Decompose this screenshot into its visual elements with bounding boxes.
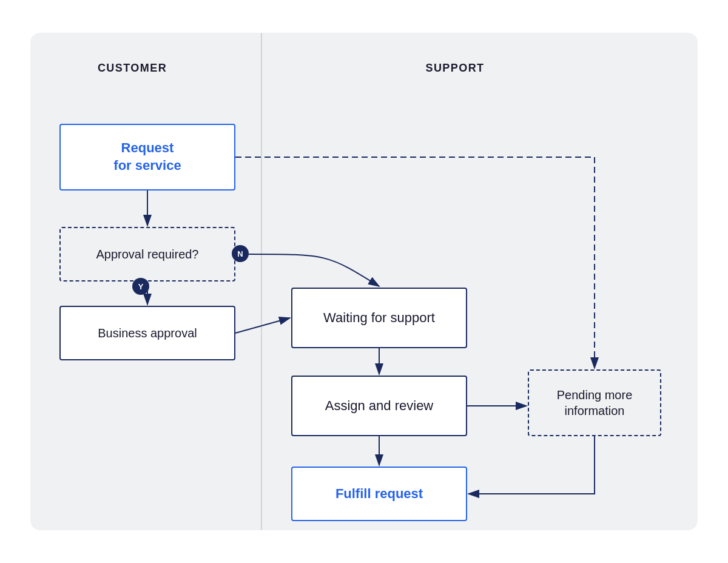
assign-and-review-box: Assign and review [291, 376, 467, 436]
support-label: SUPPORT [425, 62, 484, 75]
fulfill-request-box: Fulfill request [291, 467, 467, 521]
diagram-container: CUSTOMER SUPPORT Request for service App… [30, 33, 698, 530]
svg-line-4 [235, 318, 290, 333]
request-for-service-box: Request for service [59, 124, 235, 190]
badge-n: N [232, 245, 249, 262]
badge-y: Y [132, 278, 149, 295]
pending-more-info-box: Pending more information [528, 369, 661, 436]
section-divider [261, 33, 262, 530]
approval-required-box: Approval required? [59, 227, 235, 282]
business-approval-box: Business approval [59, 306, 235, 360]
arrows-svg [30, 33, 698, 530]
customer-label: CUSTOMER [98, 62, 167, 75]
waiting-for-support-box: Waiting for support [291, 288, 467, 348]
